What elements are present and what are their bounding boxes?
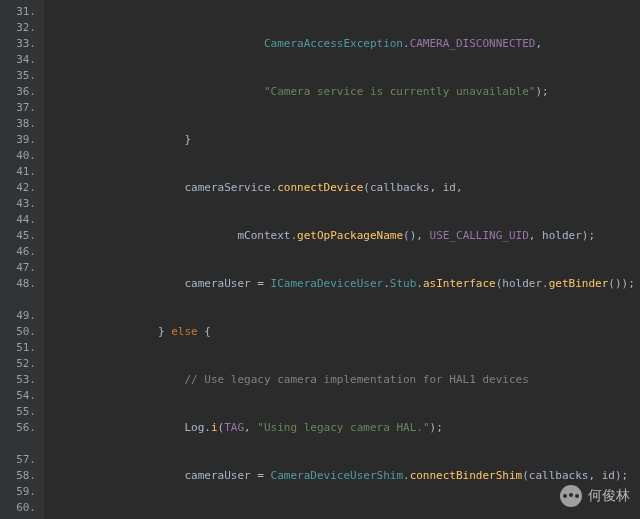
line-number: 37.: [4, 100, 36, 116]
line-number: 46.: [4, 244, 36, 260]
code-line: // Use legacy camera implementation for …: [52, 372, 640, 388]
line-number: 40.: [4, 148, 36, 164]
line-number: 44.: [4, 212, 36, 228]
line-number: 32.: [4, 20, 36, 36]
line-number: 39.: [4, 132, 36, 148]
line-number: 48.: [4, 276, 36, 292]
line-number: 43.: [4, 196, 36, 212]
line-number: 53.: [4, 372, 36, 388]
code-line: CameraAccessException.CAMERA_DISCONNECTE…: [52, 36, 640, 52]
line-number: [4, 436, 36, 452]
line-number: [4, 292, 36, 308]
line-number: 33.: [4, 36, 36, 52]
line-number: 55.: [4, 404, 36, 420]
line-number: 36.: [4, 84, 36, 100]
line-number: 57.: [4, 452, 36, 468]
watermark: 何俊林: [560, 485, 630, 507]
code-line: cameraService.connectDevice(callbacks, i…: [52, 180, 640, 196]
line-number: 54.: [4, 388, 36, 404]
code-line: mContext.getOpPackageName(), USE_CALLING…: [52, 228, 640, 244]
line-number: 35.: [4, 68, 36, 84]
line-number: 52.: [4, 356, 36, 372]
line-number: 60.: [4, 500, 36, 516]
line-number: 34.: [4, 52, 36, 68]
code-line: "Camera service is currently unavailable…: [52, 84, 640, 100]
line-number: 31.: [4, 4, 36, 20]
line-number: 38.: [4, 116, 36, 132]
line-number: 49.: [4, 308, 36, 324]
code-area[interactable]: CameraAccessException.CAMERA_DISCONNECTE…: [44, 0, 640, 519]
line-number: 41.: [4, 164, 36, 180]
code-line: cameraUser = CameraDeviceUserShim.connec…: [52, 468, 640, 484]
line-number: 51.: [4, 340, 36, 356]
code-line: Log.i(TAG, "Using legacy camera HAL.");: [52, 420, 640, 436]
line-number: 47.: [4, 260, 36, 276]
line-number: 50.: [4, 324, 36, 340]
line-number-gutter: 31.32.33.34.35.36.37.38.39.40.41.42.43.4…: [0, 0, 44, 519]
wechat-icon: [560, 485, 582, 507]
code-editor: 31.32.33.34.35.36.37.38.39.40.41.42.43.4…: [0, 0, 640, 519]
line-number: 56.: [4, 420, 36, 436]
code-line: cameraUser = ICameraDeviceUser.Stub.asIn…: [52, 276, 640, 292]
watermark-text: 何俊林: [588, 487, 630, 505]
code-line: } else {: [52, 324, 640, 340]
line-number: 45.: [4, 228, 36, 244]
code-line: }: [52, 132, 640, 148]
line-number: 58.: [4, 468, 36, 484]
line-number: 42.: [4, 180, 36, 196]
line-number: 59.: [4, 484, 36, 500]
